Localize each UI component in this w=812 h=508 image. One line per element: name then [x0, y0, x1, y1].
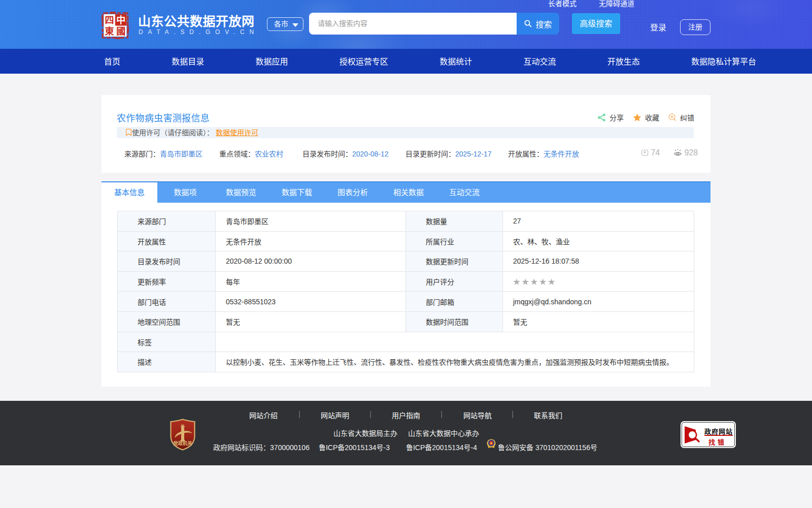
svg-text:党政机关: 党政机关	[173, 440, 192, 446]
svg-text:四: 四	[105, 15, 114, 25]
svg-text:東: 東	[105, 26, 114, 37]
svg-text:國: 國	[116, 26, 125, 37]
svg-text:中: 中	[116, 15, 125, 25]
